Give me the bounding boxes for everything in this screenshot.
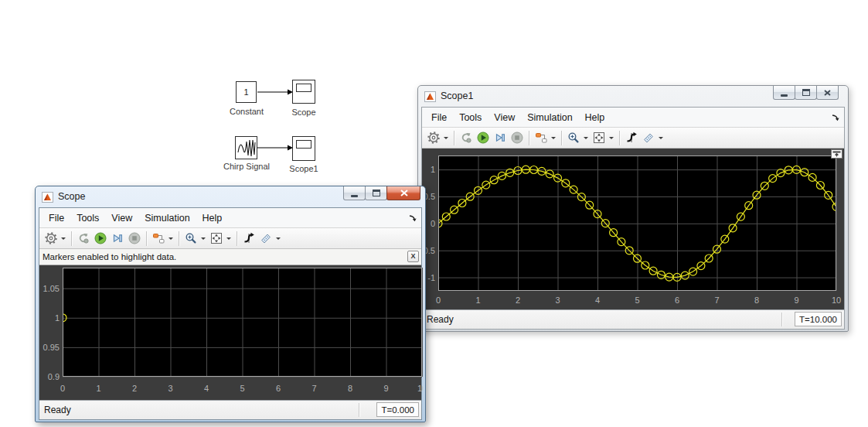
- scope1-dock-button[interactable]: [831, 149, 842, 159]
- highlight-simulink-block-button-dropdown[interactable]: [167, 230, 174, 247]
- menu-simulation[interactable]: Simulation: [138, 210, 196, 227]
- highlight-simulink-block-button-dropdown[interactable]: [550, 129, 557, 146]
- constant-block[interactable]: 1: [236, 81, 257, 103]
- svg-text:0: 0: [436, 295, 441, 305]
- close-icon: [824, 90, 831, 96]
- settings-button-dropdown[interactable]: [442, 129, 449, 146]
- svg-text:0.95: 0.95: [43, 343, 60, 352]
- scope1-block[interactable]: [292, 136, 315, 161]
- step-forward-button[interactable]: [492, 129, 509, 146]
- zoom-in-button-dropdown[interactable]: [582, 129, 589, 146]
- settings-button[interactable]: [425, 129, 442, 146]
- run-icon: [477, 132, 489, 144]
- svg-text:1.05: 1.05: [43, 284, 60, 293]
- measurements-button-dropdown[interactable]: [657, 129, 664, 146]
- svg-text:6: 6: [276, 384, 281, 393]
- menu-overflow-arrow-icon[interactable]: [831, 113, 840, 122]
- measurements-button[interactable]: [257, 230, 274, 247]
- fit-to-view-button-dropdown[interactable]: [608, 129, 614, 146]
- scope-notification-bar: Markers enabled to highlight data. X: [39, 249, 421, 265]
- toolbar-separator: [146, 231, 147, 246]
- maximize-icon: [373, 190, 380, 196]
- statusbar-divider: [359, 403, 359, 417]
- svg-text:1: 1: [96, 384, 100, 393]
- fit-to-view-button[interactable]: [208, 230, 225, 247]
- measurements-button-dropdown[interactable]: [274, 230, 281, 247]
- menu-file[interactable]: File: [43, 210, 70, 227]
- svg-text:8: 8: [348, 384, 352, 393]
- fit-to-view-button-dropdown[interactable]: [225, 230, 232, 247]
- scope-titlebar[interactable]: Scope: [39, 186, 422, 207]
- trigger-button[interactable]: [623, 129, 640, 146]
- step-back-icon: [77, 232, 90, 244]
- step-back-icon: [460, 132, 472, 144]
- measurements-button[interactable]: [640, 129, 657, 146]
- scope1-maximize-button[interactable]: [795, 86, 817, 100]
- svg-text:5: 5: [635, 295, 639, 305]
- step-back-button[interactable]: [458, 129, 475, 146]
- highlight-simulink-block-button[interactable]: [150, 230, 167, 247]
- scope1-block-label: Scope1: [283, 164, 325, 173]
- menu-view[interactable]: View: [488, 109, 521, 126]
- scope-block[interactable]: [292, 80, 315, 104]
- scope1-close-button[interactable]: [816, 86, 839, 100]
- fit-to-view-button[interactable]: [591, 129, 608, 146]
- zoom-in-button-dropdown[interactable]: [199, 230, 206, 247]
- minimize-icon: [781, 94, 788, 97]
- menu-file[interactable]: File: [425, 109, 453, 126]
- scope-window-icon: [42, 192, 53, 203]
- fit-to-view-icon: [210, 232, 223, 244]
- statusbar-divider: [781, 313, 782, 326]
- constant-value: 1: [243, 87, 248, 97]
- scope-plot: 1.0510.950.9012345678910: [39, 265, 423, 400]
- run-button[interactable]: [475, 129, 492, 146]
- maximize-icon: [802, 89, 810, 96]
- menu-view[interactable]: View: [105, 210, 138, 227]
- close-icon: [400, 190, 408, 196]
- zoom-in-button[interactable]: [182, 230, 199, 247]
- step-forward-button[interactable]: [109, 230, 126, 247]
- settings-button-dropdown[interactable]: [60, 230, 66, 247]
- zoom-in-button[interactable]: [565, 129, 582, 146]
- trigger-button[interactable]: [240, 230, 257, 247]
- menu-tools[interactable]: Tools: [453, 109, 488, 126]
- notification-close-button[interactable]: X: [407, 251, 419, 262]
- chirp-signal-block[interactable]: [235, 136, 257, 159]
- step-back-button[interactable]: [75, 230, 92, 247]
- scope1-minimize-button[interactable]: [773, 86, 795, 100]
- step-forward-icon: [494, 132, 506, 144]
- highlight-simulink-block-button[interactable]: [533, 129, 550, 146]
- scope1-window-icon: [424, 91, 436, 102]
- run-button[interactable]: [92, 230, 109, 247]
- scope1-titlebar[interactable]: Scope1: [421, 86, 845, 107]
- scope-maximize-button[interactable]: [365, 186, 387, 200]
- fit-to-view-icon: [593, 132, 605, 144]
- scope-close-button[interactable]: [386, 186, 420, 200]
- simulink-model-canvas: 1 Constant Scope Chirp Signal Scope1: [0, 0, 363, 186]
- chirp-waveform-icon: [236, 137, 257, 159]
- menu-help[interactable]: Help: [579, 109, 611, 126]
- svg-text:3: 3: [168, 384, 172, 393]
- svg-text:0.9: 0.9: [48, 372, 60, 381]
- svg-text:3: 3: [555, 295, 560, 305]
- menu-help[interactable]: Help: [196, 210, 229, 227]
- toolbar-separator: [529, 131, 529, 145]
- stop-button[interactable]: [509, 129, 526, 146]
- menu-overflow-arrow-icon[interactable]: [408, 214, 417, 223]
- chirp-signal-block-label: Chirp Signal: [219, 162, 274, 171]
- settings-button[interactable]: [43, 230, 60, 247]
- scope-menubar: File Tools View Simulation Help: [39, 208, 421, 228]
- svg-text:8: 8: [754, 295, 759, 305]
- svg-text:1: 1: [475, 295, 480, 305]
- menu-tools[interactable]: Tools: [70, 210, 105, 227]
- scope-window: Scope File Tools View Simulation Help: [35, 186, 426, 422]
- scope1-window-content: File Tools View Simulation Help: [421, 107, 845, 330]
- measurements-ruler-icon: [642, 132, 655, 144]
- svg-text:7: 7: [311, 384, 316, 393]
- desktop: { "model": { "constant_block": { "value"…: [0, 0, 868, 427]
- stop-button[interactable]: [126, 230, 143, 247]
- scope-minimize-button[interactable]: [343, 186, 366, 200]
- menu-simulation[interactable]: Simulation: [521, 109, 578, 126]
- scope1-sim-time: T=10.000: [795, 312, 842, 326]
- toolbar-separator: [179, 231, 179, 246]
